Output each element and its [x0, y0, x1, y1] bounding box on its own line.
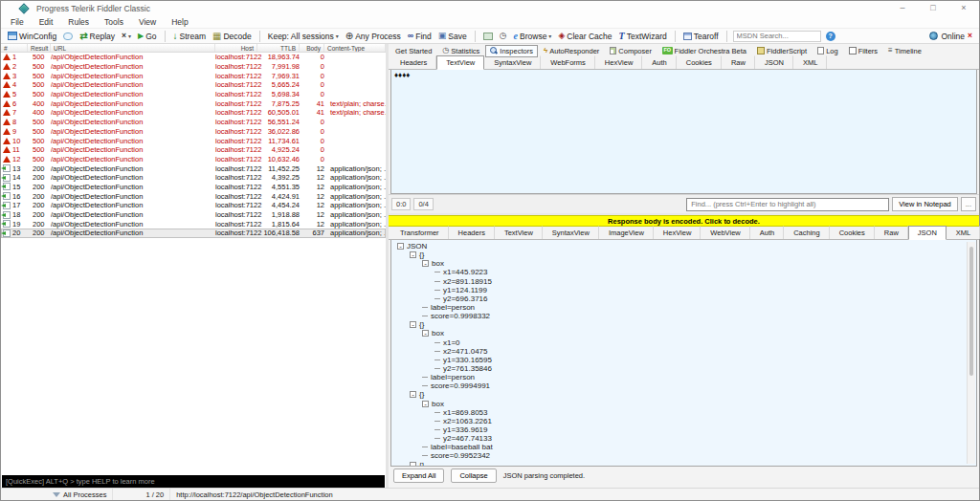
- stream-button[interactable]: ↓Stream: [171, 31, 208, 42]
- collapse-expander-icon[interactable]: -: [410, 321, 416, 328]
- save-button[interactable]: ▣Save: [436, 31, 469, 42]
- response-tab-json[interactable]: JSON: [908, 226, 947, 240]
- view-in-notepad-button[interactable]: View in Notepad: [892, 197, 957, 211]
- menu-item-rules[interactable]: Rules: [60, 17, 97, 27]
- response-tab-textview[interactable]: TextView: [495, 226, 543, 239]
- remove-sessions-button[interactable]: ×▾: [120, 31, 133, 41]
- tree-node[interactable]: x1=869.8053: [391, 408, 976, 417]
- tree-node[interactable]: label=person: [391, 373, 976, 381]
- session-row[interactable]: 5500/api/ObjectDetectionFunctionlocalhos…: [1, 90, 386, 99]
- tree-node[interactable]: -{}: [391, 390, 976, 399]
- tree-node[interactable]: x2=471.0475: [391, 347, 976, 356]
- response-tab-syntaxview[interactable]: SyntaxView: [543, 226, 599, 239]
- menu-item-help[interactable]: Help: [164, 17, 195, 27]
- tree-node[interactable]: -box: [391, 259, 976, 268]
- tree-node[interactable]: y1=330.16595: [391, 356, 976, 364]
- collapse-expander-icon[interactable]: -: [422, 401, 429, 407]
- menu-item-view[interactable]: View: [131, 17, 164, 27]
- more-options-button[interactable]: ...: [961, 197, 976, 211]
- collapse-expander-icon[interactable]: -: [410, 391, 416, 398]
- tree-node[interactable]: -box: [391, 400, 976, 408]
- help-button[interactable]: ?: [824, 31, 837, 42]
- session-row[interactable]: 14200/api/ObjectDetectionFunctionlocalho…: [1, 173, 386, 183]
- session-row[interactable]: 19200/api/ObjectDetectionFunctionlocalho…: [1, 219, 386, 229]
- request-tab-cookies[interactable]: Cookies: [677, 55, 722, 69]
- tree-node[interactable]: -{}: [391, 461, 976, 467]
- session-row[interactable]: 2500/api/ObjectDetectionFunctionlocalhos…: [1, 62, 386, 72]
- session-row[interactable]: 10500/api/ObjectDetectionFunctionlocalho…: [1, 136, 386, 145]
- msdn-search-input[interactable]: [733, 31, 821, 42]
- winconfig-button[interactable]: WinConfig: [6, 31, 58, 42]
- session-row[interactable]: 17200/api/ObjectDetectionFunctionlocalho…: [1, 201, 386, 210]
- session-row[interactable]: 1500/api/ObjectDetectionFunctionlocalhos…: [1, 53, 386, 62]
- response-tab-webview[interactable]: WebView: [701, 226, 749, 239]
- browse-button[interactable]: eBrowse▾: [512, 31, 554, 42]
- collapse-button[interactable]: Collapse: [451, 468, 496, 483]
- request-tab-json[interactable]: JSON: [755, 55, 793, 69]
- response-tab-headers[interactable]: Headers: [449, 226, 495, 239]
- session-row[interactable]: 11500/api/ObjectDetectionFunctionlocalho…: [1, 145, 386, 155]
- collapse-expander-icon[interactable]: -: [422, 330, 429, 337]
- process-filter[interactable]: All Processes: [47, 489, 113, 500]
- tab-timeline[interactable]: ≡Timeline: [883, 45, 926, 57]
- tree-node[interactable]: y2=761.35846: [391, 364, 976, 373]
- session-row[interactable]: 13200/api/ObjectDetectionFunctionlocalho…: [1, 163, 386, 173]
- tree-node[interactable]: -{}: [391, 320, 976, 329]
- collapse-expander-icon[interactable]: -: [422, 260, 429, 267]
- response-tab-cookies[interactable]: Cookies: [830, 226, 875, 239]
- collapse-expander-icon[interactable]: -: [410, 462, 416, 467]
- textwizard-button[interactable]: TTextWizard: [617, 31, 669, 42]
- column-header-body[interactable]: Body: [300, 44, 324, 52]
- request-tab-xml[interactable]: XML: [793, 55, 827, 69]
- close-panel-icon[interactable]: ×: [968, 32, 972, 40]
- tree-scrollbar-thumb[interactable]: [969, 247, 973, 376]
- tree-node[interactable]: y2=696.3716: [391, 294, 976, 303]
- tree-node[interactable]: x2=891.18915: [391, 277, 976, 286]
- collapse-expander-icon[interactable]: -: [397, 243, 404, 250]
- tree-node[interactable]: x1=445.9223: [391, 268, 976, 276]
- session-row[interactable]: 12500/api/ObjectDetectionFunctionlocalho…: [1, 155, 386, 164]
- tree-node[interactable]: score=0.9998332: [391, 312, 976, 320]
- tree-node[interactable]: x2=1063.2261: [391, 417, 976, 425]
- session-row[interactable]: 4500/api/ObjectDetectionFunctionlocalhos…: [1, 80, 386, 90]
- session-row[interactable]: 8500/api/ObjectDetectionFunctionlocalhos…: [1, 118, 386, 127]
- response-tab-transformer[interactable]: Transformer: [390, 226, 449, 239]
- quickexec-bar[interactable]: [QuickExec] ALT+Q > type HELP to learn m…: [2, 475, 385, 488]
- response-tab-hexview[interactable]: HexView: [654, 226, 701, 239]
- response-tab-raw[interactable]: Raw: [875, 226, 908, 239]
- maximize-button[interactable]: □: [918, 1, 948, 15]
- request-tab-syntaxview[interactable]: SyntaxView: [484, 55, 541, 69]
- session-row[interactable]: 16200/api/ObjectDetectionFunctionlocalho…: [1, 191, 386, 201]
- close-button[interactable]: ×: [948, 1, 979, 15]
- session-row[interactable]: 6400/api/ObjectDetectionFunctionlocalhos…: [1, 98, 386, 108]
- tree-node[interactable]: y1=336.9619: [391, 425, 976, 434]
- menu-item-tools[interactable]: Tools: [97, 17, 131, 27]
- response-tab-imageview[interactable]: ImageView: [599, 226, 654, 239]
- replay-button[interactable]: ⇄Replay: [78, 31, 117, 42]
- session-row[interactable]: 15200/api/ObjectDetectionFunctionlocalho…: [1, 183, 386, 192]
- request-tab-webforms[interactable]: WebForms: [541, 55, 595, 69]
- session-row[interactable]: 18200/api/ObjectDetectionFunctionlocalho…: [1, 210, 386, 220]
- expand-all-button[interactable]: Expand All: [393, 468, 444, 483]
- tree-node[interactable]: label=baseball bat: [391, 443, 976, 451]
- find-button[interactable]: ∞Find: [406, 31, 434, 42]
- column-header-[interactable]: #: [1, 44, 28, 52]
- tree-node[interactable]: -{}: [391, 250, 976, 259]
- request-tab-textview[interactable]: TextView: [436, 55, 484, 70]
- session-row[interactable]: 9500/api/ObjectDetectionFunctionlocalhos…: [1, 127, 386, 137]
- session-row[interactable]: 7400/api/ObjectDetectionFunctionlocalhos…: [1, 108, 386, 118]
- tree-node[interactable]: y2=467.74133: [391, 434, 976, 443]
- session-row[interactable]: 20200/api/ObjectDetectionFunctionlocalho…: [1, 229, 386, 238]
- keep-sessions-dropdown[interactable]: Keep: All sessions▾: [266, 31, 341, 42]
- go-button[interactable]: ▶Go: [136, 31, 159, 42]
- timer-button[interactable]: ◷: [498, 31, 509, 41]
- tree-node[interactable]: y1=124.1199: [391, 286, 976, 294]
- tree-node[interactable]: score=0.9994991: [391, 381, 976, 390]
- response-tab-caching[interactable]: Caching: [784, 226, 830, 239]
- response-tab-xml[interactable]: XML: [947, 226, 980, 239]
- tab-filters[interactable]: Filters: [844, 45, 882, 57]
- comment-button[interactable]: [61, 32, 75, 41]
- request-tab-raw[interactable]: Raw: [722, 55, 755, 69]
- any-process-button[interactable]: ⊕Any Process: [344, 31, 403, 42]
- response-tab-auth[interactable]: Auth: [750, 226, 784, 239]
